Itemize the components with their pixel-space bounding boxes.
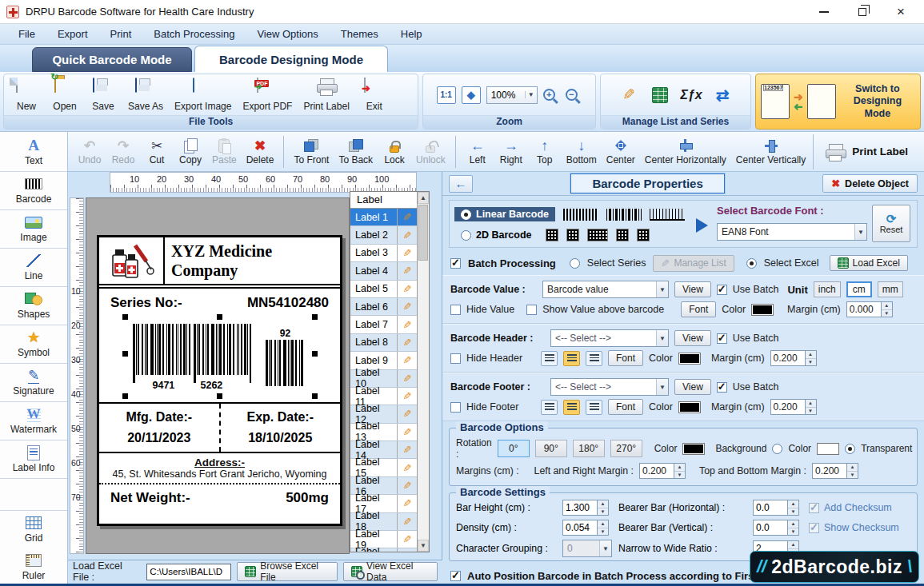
selection-handle[interactable] xyxy=(312,393,318,399)
footer-align-center-button[interactable] xyxy=(563,400,580,415)
header-use-batch-checkbox[interactable] xyxy=(717,333,727,344)
sidebar-item-line[interactable]: Line xyxy=(0,249,67,287)
unit-mm-button[interactable]: mm xyxy=(878,281,903,297)
delete-button[interactable]: ✖Delete xyxy=(242,136,279,167)
label-row[interactable]: Label 4✎ xyxy=(350,262,417,280)
menu-themes[interactable]: Themes xyxy=(330,26,389,42)
cut-button[interactable]: ✂Cut xyxy=(140,136,174,167)
close-button[interactable]: × xyxy=(892,3,910,21)
edit-pencil-icon[interactable]: ✎ xyxy=(398,495,417,512)
print-label-button-toolbar[interactable]: Print Label xyxy=(813,134,919,169)
label-row[interactable]: Label 5✎ xyxy=(350,281,417,298)
footer-font-button[interactable]: Font xyxy=(608,399,643,415)
design-canvas[interactable]: XYZ Medicine Company Series No:- MN54102… xyxy=(86,197,350,554)
reset-button[interactable]: ⟳Reset xyxy=(872,205,910,242)
selection-handle[interactable] xyxy=(122,314,128,320)
edit-pencil-icon[interactable]: ✎ xyxy=(398,370,417,387)
tab-barcode-designing-mode[interactable]: Barcode Designing Mode xyxy=(194,46,388,72)
footer-margin-spinner[interactable]: 0.200▲▼ xyxy=(770,399,817,415)
edit-pencil-icon[interactable]: ✎ xyxy=(398,459,417,476)
barcode-color-swatch[interactable] xyxy=(682,443,705,455)
edit-pencil-icon[interactable]: ✎ xyxy=(398,281,417,297)
footer-dropdown[interactable]: <-- Select -->▼ xyxy=(550,378,669,396)
selection-handle[interactable] xyxy=(312,314,318,320)
back-arrow-button[interactable]: ← xyxy=(449,175,473,193)
unlock-button[interactable]: Unlock xyxy=(411,136,450,167)
edit-pencil-icon[interactable]: ✎ xyxy=(398,226,417,243)
barcode-object[interactable]: 9471 5262 92 xyxy=(122,314,318,399)
select-excel-radio[interactable] xyxy=(746,258,757,269)
delete-object-button[interactable]: ✖Delete Object xyxy=(822,174,918,193)
zoom-in-icon[interactable]: + xyxy=(543,89,555,101)
bearer-horizontal-spinner[interactable]: 0.0▲▼ xyxy=(753,500,802,516)
header-align-center-button[interactable] xyxy=(563,351,580,366)
bearer-vertical-spinner[interactable]: 0.0▲▼ xyxy=(753,520,802,536)
align-top-button[interactable]: ↑Top xyxy=(528,136,562,167)
transparent-radio[interactable] xyxy=(845,444,855,454)
scroll-up-icon[interactable]: ▲ xyxy=(418,192,429,204)
lock-button[interactable]: Lock xyxy=(378,136,411,167)
align-left-button[interactable]: ←Left xyxy=(461,136,494,167)
header-font-button[interactable]: Font xyxy=(608,350,643,366)
sidebar-item-grid[interactable]: Grid xyxy=(0,511,67,548)
value-margin-spinner[interactable]: 0.000▲▼ xyxy=(846,301,893,317)
load-excel-button[interactable]: Load Excel xyxy=(830,255,908,271)
lr-margin-spinner[interactable]: 0.200▲▼ xyxy=(639,463,686,479)
export-pdf-button[interactable]: Export PDF xyxy=(238,78,296,113)
align-right-button[interactable]: →Right xyxy=(494,136,528,167)
spinner-arrows[interactable]: ▲▼ xyxy=(788,500,799,516)
spinner-arrows[interactable]: ▲▼ xyxy=(598,520,609,536)
edit-pencil-icon[interactable]: ✎ xyxy=(398,245,417,261)
center-vertically-button[interactable]: Center Vertically xyxy=(731,136,810,167)
footer-view-button[interactable]: View xyxy=(674,379,711,395)
value-use-batch-checkbox[interactable] xyxy=(717,285,727,295)
density-spinner[interactable]: 0.054▲▼ xyxy=(562,520,612,536)
menu-print[interactable]: Print xyxy=(100,26,142,42)
edit-pencil-icon[interactable]: ✎ xyxy=(398,352,417,369)
center-button[interactable]: Center xyxy=(602,136,640,167)
open-button[interactable]: Open xyxy=(47,78,82,113)
zoom-fit-button[interactable]: ◆ xyxy=(462,86,481,104)
view-excel-data-button[interactable]: View Excel Data xyxy=(343,562,438,581)
export-image-button[interactable]: Export Image xyxy=(170,78,235,113)
to-front-button[interactable]: To Front xyxy=(289,136,334,167)
selection-handle[interactable] xyxy=(217,314,222,320)
show-value-above-checkbox[interactable] xyxy=(526,305,537,315)
menu-view-options[interactable]: View Options xyxy=(246,26,328,42)
paste-button[interactable]: Paste xyxy=(207,136,242,167)
sidebar-item-ruler[interactable]: Ruler xyxy=(0,548,67,586)
barcode-font-dropdown[interactable]: EAN8 Font▼ xyxy=(717,223,867,241)
header-align-right-button[interactable] xyxy=(586,351,602,366)
print-label-button[interactable]: Print Label xyxy=(299,78,353,113)
footer-align-right-button[interactable] xyxy=(586,400,602,415)
sidebar-item-text[interactable]: AText xyxy=(0,134,67,172)
edit-list-icon[interactable]: ✎ xyxy=(617,84,641,106)
undo-button[interactable]: ↶Undo xyxy=(73,136,106,167)
edit-pencil-icon[interactable]: ✎ xyxy=(398,441,417,458)
spinner-arrows[interactable]: ▲▼ xyxy=(598,500,609,516)
swap-arrows-icon[interactable]: ⇄ xyxy=(710,84,734,106)
zoom-out-icon[interactable]: − xyxy=(566,89,578,101)
edit-pencil-icon[interactable]: ✎ xyxy=(398,548,417,552)
barcode-value-dropdown[interactable]: Barcode value▼ xyxy=(542,281,669,298)
edit-pencil-icon[interactable]: ✎ xyxy=(398,405,417,422)
spinner-arrows[interactable]: ▲▼ xyxy=(674,463,686,479)
sidebar-item-watermark[interactable]: WWatermark xyxy=(0,402,67,440)
header-dropdown[interactable]: <-- Select -->▼ xyxy=(550,329,669,347)
bar-height-spinner[interactable]: 1.300▲▼ xyxy=(562,500,612,516)
label-row[interactable]: Label 6✎ xyxy=(350,298,417,316)
edit-pencil-icon[interactable]: ✎ xyxy=(398,388,417,405)
hide-value-checkbox[interactable] xyxy=(450,305,461,315)
label-row[interactable]: Label 8✎ xyxy=(350,334,417,352)
excel-list-icon[interactable] xyxy=(648,84,672,106)
series-function-icon[interactable]: Σƒx xyxy=(679,84,703,106)
2d-barcode-radio[interactable]: 2D Barcode xyxy=(454,228,538,242)
minimize-button[interactable] xyxy=(815,3,833,21)
zoom-level-dropdown[interactable]: 100%▼ xyxy=(486,86,538,104)
sidebar-item-image[interactable]: Image xyxy=(0,210,67,249)
rotation-180-button[interactable]: 180° xyxy=(573,440,605,457)
footer-color-swatch[interactable] xyxy=(678,401,701,413)
show-checksum-checkbox[interactable]: Show Checksum xyxy=(809,522,910,533)
unit-inch-button[interactable]: inch xyxy=(814,281,841,297)
background-color-swatch[interactable] xyxy=(817,443,839,455)
